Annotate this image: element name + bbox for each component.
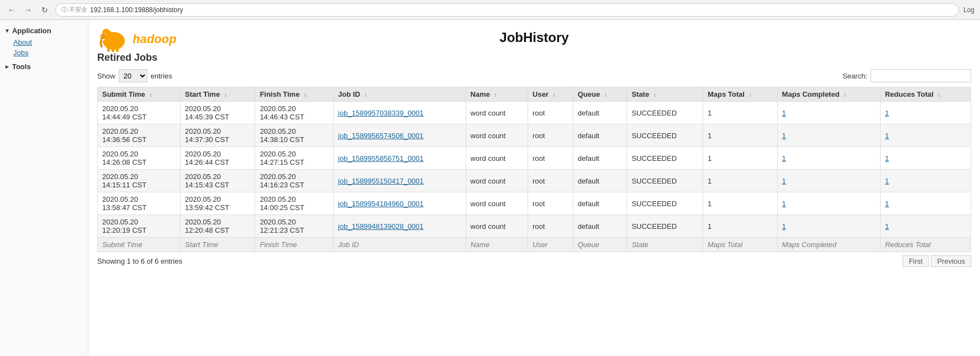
cell-maps-total: 1 [703, 192, 777, 215]
cell-maps-total: 1 [703, 170, 777, 192]
cell-maps-completed[interactable]: 1 [777, 147, 880, 170]
footer-reduces-total: Reduces Total [880, 238, 971, 252]
cell-state: SUCCEEDED [627, 124, 703, 147]
cell-maps-completed[interactable]: 1 [777, 124, 880, 147]
footer-finish-time: Finish Time [255, 238, 334, 252]
back-button[interactable]: ← [6, 4, 18, 16]
controls-row: Show 20 50 100 entries Search: [97, 69, 971, 82]
col-user[interactable]: User ↕ [528, 87, 573, 102]
forward-button[interactable]: → [22, 4, 34, 16]
browser-chrome: ← → ↻ ⓘ 不安全 192.168.1.100:19888/jobhisto… [0, 0, 980, 20]
cell-state: SUCCEEDED [627, 147, 703, 170]
cell-reduces-total[interactable]: 1 [880, 102, 971, 124]
show-label: Show [97, 72, 115, 80]
cell-start-time: 2020.05.20 14:45:39 CST [180, 102, 255, 124]
cell-finish-time: 2020.05.20 14:27:15 CST [255, 147, 334, 170]
cell-maps-completed[interactable]: 1 [777, 192, 880, 215]
footer-name: Name [466, 238, 528, 252]
cell-job-id[interactable]: job_1589957038339_0001 [334, 102, 466, 124]
show-entries: Show 20 50 100 entries [97, 69, 172, 82]
sidebar-application-header[interactable]: ▼ Application [0, 24, 88, 37]
url-text: 192.168.1.100:19888/jobhistory [90, 6, 183, 14]
cell-job-id[interactable]: job_1589956574506_0001 [334, 124, 466, 147]
table-row: 2020.05.20 13:58:47 CST2020.05.20 13:59:… [98, 192, 971, 215]
col-job-id[interactable]: Job ID ↕ [334, 87, 466, 102]
col-finish-time[interactable]: Finish Time ↕ [255, 87, 334, 102]
cell-maps-total: 1 [703, 215, 777, 238]
sidebar-tools-header[interactable]: ► Tools [0, 60, 88, 73]
cell-reduces-total[interactable]: 1 [880, 124, 971, 147]
sort-arrows-state: ↕ [654, 92, 656, 98]
svg-rect-6 [107, 48, 110, 52]
col-name[interactable]: Name ↕ [466, 87, 528, 102]
col-state[interactable]: State ↕ [627, 87, 703, 102]
col-queue[interactable]: Queue ↕ [573, 87, 627, 102]
table-header-row: Submit Time ↕ Start Time ↕ Finish Time ↕… [98, 87, 971, 102]
table-row: 2020.05.20 14:44:49 CST2020.05.20 14:45:… [98, 102, 971, 124]
cell-job-id[interactable]: job_1589955856751_0001 [334, 147, 466, 170]
cell-user: root [528, 102, 573, 124]
cell-job-id[interactable]: job_1589955150417_0001 [334, 170, 466, 192]
cell-job-id[interactable]: job_1589954184960_0001 [334, 192, 466, 215]
cell-queue: default [573, 102, 627, 124]
search-input[interactable] [871, 69, 971, 82]
sort-arrows-queue: ↕ [604, 92, 607, 98]
cell-start-time: 2020.05.20 12:20:48 CST [180, 215, 255, 238]
cell-finish-time: 2020.05.20 14:46:43 CST [255, 102, 334, 124]
hadoop-logo: hadoop [97, 25, 176, 53]
col-reduces-total[interactable]: Reduces Total ↕ [880, 87, 971, 102]
sort-arrows-user: ↕ [553, 92, 556, 98]
cell-submit-time: 2020.05.20 12:20:19 CST [98, 215, 181, 238]
cell-maps-completed[interactable]: 1 [777, 215, 880, 238]
cell-finish-time: 2020.05.20 14:00:25 CST [255, 192, 334, 215]
cell-reduces-total[interactable]: 1 [880, 147, 971, 170]
table-row: 2020.05.20 14:36:56 CST2020.05.20 14:37:… [98, 124, 971, 147]
cell-queue: default [573, 170, 627, 192]
sidebar-application-label: Application [12, 27, 51, 35]
entries-select[interactable]: 20 50 100 [119, 69, 147, 82]
sidebar-item-jobs[interactable]: Jobs [9, 48, 88, 58]
cell-finish-time: 2020.05.20 14:38:10 CST [255, 124, 334, 147]
table-body: 2020.05.20 14:44:49 CST2020.05.20 14:45:… [98, 102, 971, 238]
cell-maps-completed[interactable]: 1 [777, 170, 880, 192]
footer-submit-time: Submit Time [98, 238, 181, 252]
log-label: Log [963, 6, 974, 14]
cell-submit-time: 2020.05.20 13:58:47 CST [98, 192, 181, 215]
cell-reduces-total[interactable]: 1 [880, 215, 971, 238]
search-area: Search: [842, 69, 971, 82]
cell-maps-completed[interactable]: 1 [777, 102, 880, 124]
url-bar: ⓘ 不安全 192.168.1.100:19888/jobhistory [55, 3, 959, 17]
sidebar-item-about[interactable]: About [9, 37, 88, 48]
previous-button[interactable]: Previous [931, 255, 971, 267]
cell-submit-time: 2020.05.20 14:15:11 CST [98, 170, 181, 192]
sidebar: ▼ Application About Jobs ► Tools [0, 20, 88, 356]
sort-arrows-finish: ↕ [304, 92, 307, 98]
cell-submit-time: 2020.05.20 14:44:49 CST [98, 102, 181, 124]
cell-reduces-total[interactable]: 1 [880, 192, 971, 215]
application-arrow-icon: ▼ [4, 28, 10, 34]
showing-label: Showing 1 to 6 of 6 entries [97, 257, 182, 265]
cell-submit-time: 2020.05.20 14:36:56 CST [98, 124, 181, 147]
pagination-buttons: First Previous [903, 255, 971, 267]
cell-name: word count [466, 102, 528, 124]
cell-start-time: 2020.05.20 14:15:43 CST [180, 170, 255, 192]
sort-arrows-name: ↕ [494, 92, 497, 98]
cell-name: word count [466, 170, 528, 192]
footer-maps-completed: Maps Completed [777, 238, 880, 252]
cell-user: root [528, 124, 573, 147]
footer-job-id: Job ID [334, 238, 466, 252]
svg-rect-7 [112, 48, 114, 52]
col-maps-total[interactable]: Maps Total ↕ [703, 87, 777, 102]
cell-finish-time: 2020.05.20 12:21:23 CST [255, 215, 334, 238]
reload-button[interactable]: ↻ [39, 4, 51, 16]
cell-finish-time: 2020.05.20 14:16:23 CST [255, 170, 334, 192]
table-row: 2020.05.20 14:26:08 CST2020.05.20 14:26:… [98, 147, 971, 170]
col-submit-time[interactable]: Submit Time ↕ [98, 87, 181, 102]
entries-label: entries [151, 72, 172, 80]
col-maps-completed[interactable]: Maps Completed ↕ [777, 87, 880, 102]
first-button[interactable]: First [903, 255, 929, 267]
cell-job-id[interactable]: job_1589948139028_0001 [334, 215, 466, 238]
cell-reduces-total[interactable]: 1 [880, 170, 971, 192]
sidebar-application-links: About Jobs [0, 37, 88, 58]
col-start-time[interactable]: Start Time ↕ [180, 87, 255, 102]
